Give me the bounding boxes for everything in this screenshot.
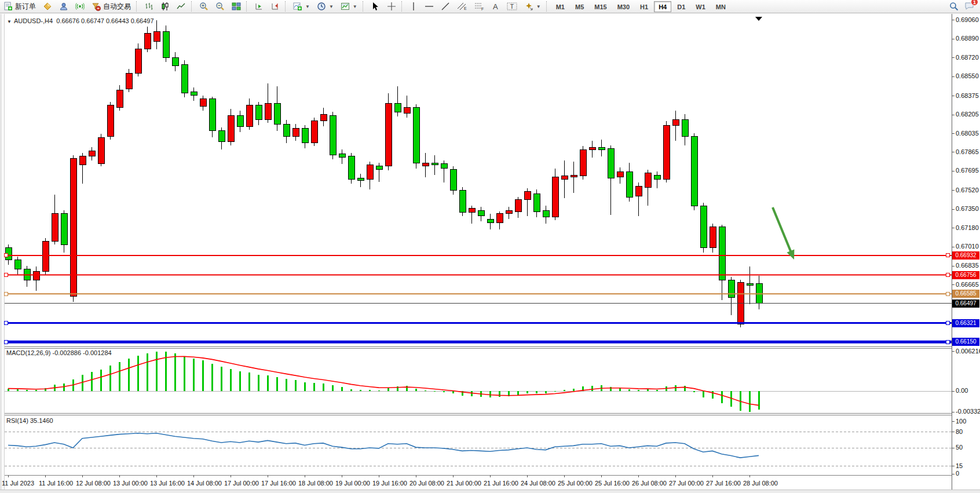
fibonacci-button[interactable]: F [471,1,488,12]
window-bottom-edge [0,490,980,493]
scroll-to-end-marker[interactable] [755,17,762,21]
macd-histogram-bar [721,391,723,403]
macd-histogram-bar [387,388,390,391]
bar-chart-button[interactable] [141,1,157,12]
candle-up [98,137,104,164]
timeframe-m1-button[interactable]: M1 [551,1,569,12]
macd-histogram-bar [554,391,557,392]
candle-up [672,120,679,126]
price-tick-label: 0.67865 [956,148,979,155]
timeframe-m15-button[interactable]: M15 [590,1,611,12]
time-tick-label: 12 Jul 08:00 [76,480,111,487]
macd-histogram-bar [656,390,659,391]
annotation-arrow[interactable] [773,207,791,253]
text-button[interactable]: A [488,1,503,12]
equidistant-channel-button[interactable]: E [454,1,471,12]
timeframe-toolbar: M1M5M15M30H1H4D1W1MN [551,1,731,12]
arrows-button[interactable]: ▼ [521,1,544,12]
candle-down [274,103,280,124]
macd-histogram-bar [128,359,130,391]
text-icon: A [492,2,500,11]
time-tick-label: 11 Jul 16:00 [39,480,73,487]
timeframe-m5-button[interactable]: M5 [571,1,588,12]
vertical-line-button[interactable] [406,1,421,12]
macd-histogram-bar [647,389,649,391]
line-drag-handle[interactable] [946,273,949,277]
macd-histogram-bar [443,391,445,392]
price-level-tag: 0.66150 [952,338,979,346]
candle-up [515,199,521,211]
cursor-button[interactable] [367,1,383,12]
candle-up [385,103,392,166]
new-order-button[interactable]: 新订单 [0,1,39,12]
line-drag-handle[interactable] [4,292,8,295]
zoom-out-button[interactable] [212,1,228,12]
auto-trading-label: 自动交易 [103,2,131,12]
macd-tick-label: -0.00332 [956,408,980,415]
rsi-tick-label: 0 [956,470,959,477]
macd-histogram-bar [526,391,529,393]
profile-icon [59,2,68,11]
auto-scroll-button[interactable] [267,1,283,12]
channel-icon: E [457,2,467,11]
macd-histogram-bar [174,353,177,391]
candlestick-button[interactable] [157,1,173,12]
timeframe-h1-button[interactable]: H1 [635,1,653,12]
candle-down [432,163,438,165]
line-drag-handle[interactable] [946,340,949,344]
templates-button[interactable]: ▼ [337,1,361,12]
chart-window: ▼AUDUSD-,H4 0.66676 0.66747 0.66443 0.66… [0,14,980,493]
tile-windows-icon [232,2,241,11]
line-drag-handle[interactable] [4,273,8,277]
indicators-button[interactable]: ▼ [290,1,313,12]
timeframe-w1-button[interactable]: W1 [691,1,710,12]
chart-dropdown-icon[interactable]: ▼ [7,19,12,24]
auto-trading-button[interactable]: 自动交易 [88,1,134,12]
line-drag-handle[interactable] [946,292,949,295]
macd-histogram-bar [239,371,242,391]
signals-button[interactable] [72,1,88,12]
line-drag-handle[interactable] [4,322,8,325]
chart-canvas[interactable] [0,14,980,493]
macd-histogram-bar [471,391,473,396]
tile-windows-button[interactable] [228,1,244,12]
timeframe-h4-button[interactable]: H4 [654,1,671,12]
timeframe-m30-button[interactable]: M30 [613,1,634,12]
time-tick-label: 11 Jul 2023 [2,480,34,487]
search-icon[interactable] [949,2,959,11]
line-drag-handle[interactable] [946,254,949,257]
macd-histogram-bar [184,356,186,391]
text-label-button[interactable]: T [503,1,521,12]
macd-indicator-label: MACD(12,26,9) -0.002886 -0.001284 [6,349,112,356]
line-drag-handle[interactable] [4,340,8,344]
line-drag-handle[interactable] [4,254,8,257]
periods-button[interactable]: ▼ [313,1,337,12]
candle-down [608,148,614,178]
timeframe-d1-button[interactable]: D1 [672,1,690,12]
notifications-button[interactable]: 1 [964,1,974,12]
timeframe-mn-button[interactable]: MN [711,1,730,12]
metaeditor-button[interactable] [39,1,56,12]
candle-up [70,158,76,297]
crosshair-button[interactable] [383,1,400,12]
price-level-tag: 0.66585 [952,290,979,298]
line-chart-button[interactable] [173,1,189,12]
toolbar-separator [401,1,404,12]
candle-down [728,280,734,298]
horizontal-line-button[interactable] [421,1,437,12]
candle-up [737,282,744,324]
price-tick-label: 0.67180 [956,224,979,231]
macd-histogram-bar [286,379,288,391]
line-drag-handle[interactable] [946,322,949,325]
chart-shift-button[interactable] [251,1,267,12]
new-order-icon [3,2,13,11]
candle-up [635,186,642,196]
zoom-in-button[interactable] [196,1,212,12]
market-watch-button[interactable] [56,1,72,12]
candle-down [376,166,382,170]
macd-histogram-bar [100,370,103,391]
time-tick-label: 21 Jul 00:00 [447,480,481,487]
trendline-button[interactable] [437,1,454,12]
price-level-tag: 0.66756 [952,271,979,279]
candle-down [413,108,419,163]
